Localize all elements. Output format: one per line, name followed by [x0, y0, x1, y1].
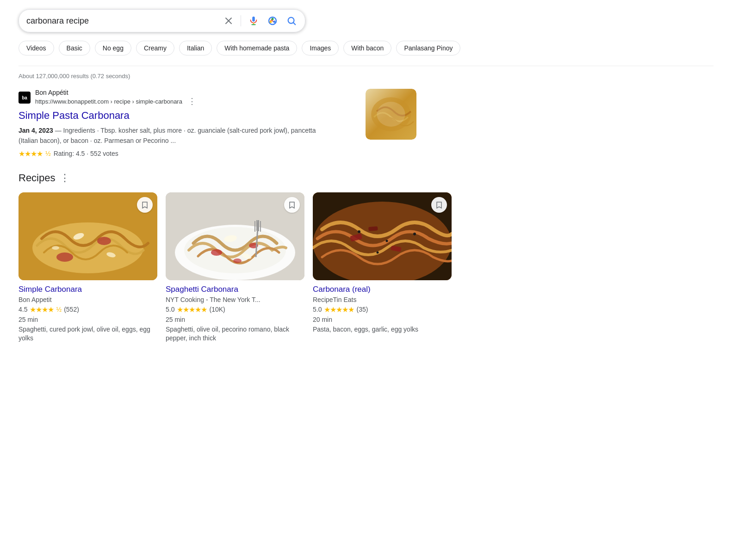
chip-homemade-pasta[interactable]: With homemade pasta	[217, 41, 297, 55]
search-bar-area: carbonara recipe	[19, 9, 713, 32]
result-date: Jan 4, 2023	[19, 127, 53, 134]
chip-images[interactable]: Images	[302, 41, 339, 55]
chip-with-bacon[interactable]: With bacon	[343, 41, 391, 55]
recipe-source-2: NYT Cooking - The New York T...	[166, 296, 304, 303]
recipe-source-3: RecipeTin Eats	[313, 296, 452, 303]
recipe-rating-count-2: (10K)	[209, 306, 225, 313]
search-icons	[223, 14, 298, 27]
recipe-title-3[interactable]: Carbonara (real)	[313, 285, 452, 294]
source-url-row: https://www.bonappetit.com › recipe › si…	[35, 96, 196, 106]
recipe-rating-value-3: 5.0	[313, 306, 322, 313]
bookmark-button-2[interactable]	[284, 197, 300, 213]
section-divider	[19, 66, 713, 66]
recipe-desc-1: Spaghetti, cured pork jowl, olive oil, e…	[19, 325, 157, 343]
recipe-image-3[interactable]	[313, 192, 452, 280]
search-bar: carbonara recipe	[19, 9, 305, 32]
filter-chips: Videos Basic No egg Creamy Italian With …	[19, 41, 713, 57]
recipe-title-2[interactable]: Spaghetti Carbonara	[166, 285, 304, 294]
rating-label: Rating: 4.5 · 552 votes	[54, 150, 118, 157]
recipe-rating-count-1: (552)	[64, 306, 79, 313]
recipes-section: Recipes ⋮	[19, 172, 713, 343]
recipe-cards: Simple Carbonara Bon Appetit 4.5 ★★★★½ (…	[19, 192, 713, 343]
search-button[interactable]	[285, 15, 298, 27]
top-result-card: ba Bon Appétit https://www.bonappetit.co…	[19, 89, 416, 158]
recipe-stars-2: ★★★★★	[177, 305, 207, 314]
recipe-image-2[interactable]	[166, 192, 304, 280]
svg-point-25	[233, 258, 242, 263]
bookmark-icon-2	[288, 201, 296, 209]
svg-point-23	[211, 249, 222, 256]
recipe-time-1: 25 min	[19, 316, 157, 323]
recipe-pasta-image-2	[166, 192, 304, 280]
bookmark-button-1[interactable]	[137, 197, 153, 213]
recipe-card-2: Spaghetti Carbonara NYT Cooking - The Ne…	[166, 192, 304, 343]
source-name: Bon Appétit	[35, 89, 196, 96]
recipe-pasta-image-3	[313, 192, 452, 280]
source-favicon: ba	[19, 92, 31, 104]
recipe-image-1[interactable]	[19, 192, 157, 280]
chip-italian[interactable]: Italian	[179, 41, 212, 55]
recipe-half-star-1: ½	[56, 306, 62, 313]
recipe-rating-count-3: (35)	[356, 306, 368, 313]
image-search-button[interactable]	[266, 14, 279, 27]
svg-point-38	[358, 230, 360, 233]
chip-videos[interactable]: Videos	[19, 41, 54, 55]
recipe-rating-2: 5.0 ★★★★★ (10K)	[166, 305, 304, 314]
svg-point-40	[413, 233, 416, 235]
recipe-card-1: Simple Carbonara Bon Appetit 4.5 ★★★★½ (…	[19, 192, 157, 343]
recipe-card-3: Carbonara (real) RecipeTin Eats 5.0 ★★★★…	[313, 192, 452, 343]
result-source: ba Bon Appétit https://www.bonappetit.co…	[19, 89, 358, 106]
recipes-header: Recipes ⋮	[19, 172, 713, 184]
source-info: Bon Appétit https://www.bonappetit.com ›…	[35, 89, 196, 106]
svg-rect-2	[252, 17, 255, 22]
results-info: About 127,000,000 results (0.72 seconds)	[19, 73, 713, 80]
bookmark-icon-1	[141, 201, 149, 209]
lens-icon	[267, 15, 278, 26]
recipe-rating-1: 4.5 ★★★★½ (552)	[19, 305, 157, 314]
recipe-desc-3: Pasta, bacon, eggs, garlic, egg yolks	[313, 325, 452, 334]
recipe-pasta-image-1	[19, 192, 157, 280]
thumbnail-pasta-image	[366, 89, 416, 140]
voice-search-button[interactable]	[248, 15, 260, 27]
bookmark-icon-3	[435, 201, 443, 209]
result-thumbnail[interactable]	[366, 89, 416, 140]
bookmark-button-3[interactable]	[431, 197, 447, 213]
svg-point-8	[273, 21, 276, 23]
search-divider	[241, 15, 241, 26]
recipe-rating-value-1: 4.5	[19, 306, 27, 313]
recipe-source-1: Bon Appetit	[19, 296, 157, 303]
svg-point-41	[377, 251, 379, 253]
chip-creamy[interactable]: Creamy	[136, 41, 174, 55]
result-rating: ★★★★½ Rating: 4.5 · 552 votes	[19, 149, 358, 158]
svg-point-12	[377, 102, 405, 127]
svg-point-19	[52, 246, 59, 250]
result-title[interactable]: Simple Pasta Carbonara	[19, 109, 358, 123]
recipe-title-1[interactable]: Simple Carbonara	[19, 285, 157, 294]
chip-panlasang-pinoy[interactable]: Panlasang Pinoy	[396, 41, 460, 55]
chip-no-egg[interactable]: No egg	[95, 41, 131, 55]
clear-button[interactable]	[223, 15, 234, 26]
recipe-rating-3: 5.0 ★★★★★ (35)	[313, 305, 452, 314]
recipe-stars-3: ★★★★★	[324, 305, 354, 314]
search-input[interactable]: carbonara recipe	[26, 16, 218, 26]
rating-half-star: ½	[45, 150, 51, 157]
mic-icon	[248, 16, 259, 26]
svg-point-6	[272, 18, 274, 20]
recipe-time-2: 25 min	[166, 316, 304, 323]
svg-point-16	[97, 237, 111, 245]
source-url: https://www.bonappetit.com › recipe › si…	[35, 98, 182, 105]
svg-point-15	[56, 252, 73, 262]
rating-stars: ★★★★	[19, 149, 43, 158]
search-icon	[286, 16, 297, 26]
svg-line-10	[293, 23, 295, 25]
recipes-options-icon[interactable]: ⋮	[60, 172, 70, 184]
result-content: ba Bon Appétit https://www.bonappetit.co…	[19, 89, 358, 158]
svg-point-7	[270, 21, 272, 23]
result-options-icon[interactable]: ⋮	[188, 96, 196, 106]
result-snippet-text: — Ingredients · Tbsp. kosher salt, plus …	[19, 127, 316, 144]
recipe-rating-value-2: 5.0	[166, 306, 174, 313]
recipe-time-3: 20 min	[313, 316, 452, 323]
recipe-stars-1: ★★★★	[30, 305, 54, 314]
chip-basic[interactable]: Basic	[59, 41, 90, 55]
clear-icon	[224, 16, 233, 25]
